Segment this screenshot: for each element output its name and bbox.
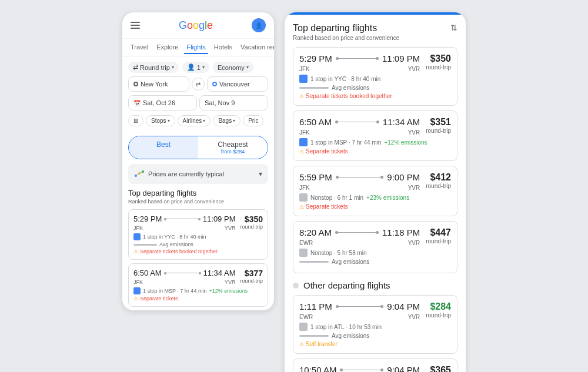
d-other1-airline-icon	[299, 323, 308, 331]
d-other2-arrive: 9:04 PM	[387, 365, 420, 372]
d-other1-arrive: 9:04 PM	[387, 301, 420, 311]
airline-logo-icon	[133, 233, 141, 240]
d-flight2-origin: JFK	[299, 129, 310, 136]
passenger-selector[interactable]: 👤 1 ▾	[182, 62, 209, 73]
best-tab[interactable]: Best	[129, 136, 198, 159]
emission-pct: +12% emissions	[209, 288, 248, 294]
trip-type-selector[interactable]: ⇄ Round trip ▾	[128, 62, 179, 73]
other-flights-divider: Other departing flights	[293, 280, 457, 290]
d-flight1-price: $350	[426, 53, 451, 64]
stops-filter[interactable]: Stops ▾	[146, 115, 175, 126]
d-warning1-icon: ⚠	[299, 93, 304, 99]
filter-row: ⊞ Stops ▾ Airlines ▾ Bags ▾ Pric	[128, 115, 268, 126]
d-airline1-icon	[299, 75, 308, 83]
d-other1-warning-icon: ⚠	[299, 341, 304, 347]
d-emission3-pct: +23% emissions	[366, 195, 409, 201]
class-selector[interactable]: Economy ▾	[213, 62, 253, 73]
d-emission4-label: Avg emissions	[332, 259, 369, 265]
tab-vacation[interactable]: Vacation rental	[238, 41, 274, 54]
flight2-price: $377	[240, 269, 263, 278]
price-chart-icon	[134, 169, 145, 179]
flight-depart-time: 5:29 PM	[133, 215, 162, 223]
destination-input[interactable]: Vancouver	[207, 76, 268, 92]
d-other1-depart: 1:11 PM	[299, 301, 332, 311]
flight-arrive-time: 11:09 PM	[203, 215, 236, 223]
d-other1-emission: Avg emissions	[332, 333, 369, 339]
desktop-flight-card-3[interactable]: 5:59 PM 9:00 PM JFK YVR $412 round-trip	[293, 166, 457, 216]
desktop-panel: Top departing flights ⇅ Ranked based on …	[284, 12, 466, 372]
flight2-arrive-time: 11:34 AM	[203, 269, 236, 277]
emission-bar	[133, 244, 157, 246]
d-warning1-text: Separate tickets booked together	[306, 93, 392, 99]
divider-dot-icon	[293, 283, 299, 289]
destination-value: Vancouver	[219, 81, 250, 88]
price-filter[interactable]: Pric	[243, 115, 263, 126]
expand-icon[interactable]: ▾	[259, 170, 262, 178]
airlines-chevron: ▾	[203, 118, 205, 123]
origin-input[interactable]: New York	[128, 76, 189, 92]
passenger-count: 1	[197, 64, 201, 71]
phone-flight-card-1[interactable]: 5:29 PM 11:09 PM JFK YVR $350 round-trip	[128, 209, 268, 260]
d-emission4-bar	[299, 261, 329, 263]
d-flight3-stops: Nonstop · 6 hr 1 min	[310, 195, 363, 201]
d-flight1-arrive: 11:09 PM	[382, 53, 420, 63]
d-other1-dest: YVR	[408, 314, 420, 320]
d-flight2-depart: 6:50 AM	[299, 117, 332, 127]
airlines-filter[interactable]: Airlines ▾	[178, 115, 211, 126]
d-flight3-depart: 5:59 PM	[299, 172, 332, 182]
d-flight2-price-sub: round-trip	[426, 128, 451, 134]
tab-flights[interactable]: Flights	[184, 41, 208, 54]
desktop-flight-card-2[interactable]: 6:50 AM 11:34 AM JFK YVR $351 round-trip	[293, 110, 457, 161]
phone-flight-card-2[interactable]: 6:50 AM 11:34 AM JFK YVR $377 round-trip	[128, 263, 268, 307]
main-container: Google 👤 Travel Explore Flights Hotels V…	[12, 12, 576, 372]
tab-travel[interactable]: Travel	[128, 41, 151, 54]
d-emission1-bar	[299, 87, 329, 89]
desktop-other-flight-2[interactable]: 10:50 AM 9:04 PM EWR YVR $365 round-trip	[293, 358, 457, 372]
tab-explore[interactable]: Explore	[154, 41, 181, 54]
depart-date-value: Sat, Oct 26	[143, 99, 175, 106]
warning-triangle-icon: ⚠	[133, 249, 138, 254]
d-flight1-price-sub: round-trip	[426, 64, 451, 71]
d-flight3-origin: JFK	[299, 185, 310, 191]
desktop-section-subtitle: Ranked based on price and convenience	[293, 35, 457, 41]
cheapest-tab[interactable]: Cheapest from $284	[198, 136, 268, 159]
d-airline2-icon	[299, 138, 308, 146]
warning2-text: Separate tickets	[140, 296, 178, 301]
desktop-other-flight-1[interactable]: 1:11 PM 9:04 PM EWR YVR $284 round-trip	[293, 295, 457, 354]
d-flight2-price: $351	[426, 117, 451, 128]
date-row: 📅 Sat, Oct 26 Sat, Nov 9	[128, 95, 268, 110]
d-warning3-text: Separate tickets	[306, 203, 348, 210]
d-warning2-icon: ⚠	[299, 149, 304, 155]
flight-price-sub: round-trip	[240, 224, 263, 230]
best-cheapest-tabs: Best Cheapest from $284	[128, 136, 268, 159]
trip-type-label: Round trip	[140, 64, 170, 71]
top-departing-title: Top departing flights	[122, 189, 274, 199]
d-other1-price: $284	[426, 301, 451, 312]
origin-dot-icon	[133, 82, 138, 86]
d-warning2-text: Separate tickets	[306, 148, 348, 155]
swap-icon: ⇄	[196, 81, 201, 88]
bags-chevron: ▾	[233, 118, 235, 123]
tab-hotels[interactable]: Hotels	[212, 41, 235, 54]
d-flight1-depart: 5:29 PM	[299, 53, 332, 63]
swap-button[interactable]: ⇄	[192, 78, 205, 91]
d-other1-warning-text: Self transfer	[306, 341, 338, 347]
bags-filter[interactable]: Bags ▾	[213, 115, 240, 126]
depart-date-input[interactable]: 📅 Sat, Oct 26	[128, 95, 197, 110]
d-flight4-origin: EWR	[299, 240, 313, 246]
stops-chevron: ▾	[168, 118, 170, 123]
menu-icon[interactable]	[131, 22, 140, 29]
emission-label: Avg emissions	[159, 242, 193, 247]
d-flight2-stops: 1 stop in MSP · 7 hr 44 min	[310, 139, 381, 146]
sort-icon[interactable]: ⇅	[450, 23, 457, 32]
google-logo: Google	[179, 19, 213, 32]
nav-tabs: Travel Explore Flights Hotels Vacation r…	[122, 39, 274, 57]
desktop-flight-card-4[interactable]: 8:20 AM 11:18 PM EWR YVR $447 round-trip	[293, 221, 457, 273]
avatar[interactable]: 👤	[252, 18, 266, 32]
filter-icon-btn[interactable]: ⊞	[128, 115, 143, 126]
phone-header: Google 👤	[122, 12, 274, 39]
cheapest-tab-label: Cheapest	[198, 140, 268, 149]
return-date-input[interactable]: Sat, Nov 9	[199, 95, 268, 110]
d-other1-emission-bar	[299, 335, 329, 337]
desktop-flight-card-1[interactable]: 5:29 PM 11:09 PM JFK YVR $350 round-trip	[293, 47, 457, 106]
